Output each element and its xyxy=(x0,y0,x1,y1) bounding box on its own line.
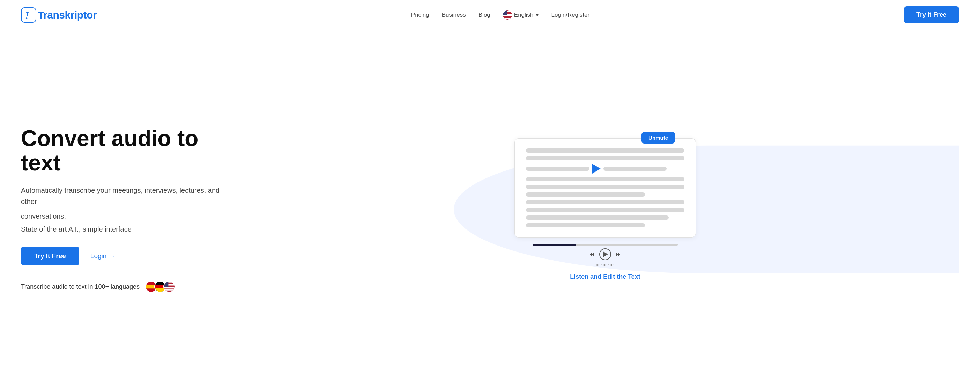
doc-line xyxy=(526,200,684,204)
flag-circles xyxy=(145,281,175,293)
nav-pricing[interactable]: Pricing xyxy=(411,11,429,19)
play-icon xyxy=(603,251,608,257)
doc-line xyxy=(526,167,589,171)
player-controls: ⏮ ⏭ 00:00:03 xyxy=(514,244,696,268)
doc-lines xyxy=(526,148,684,227)
hero-ai-text: State of the art A.I., simple interface xyxy=(21,225,237,233)
svg-rect-5 xyxy=(503,11,512,12)
login-arrow-icon: → xyxy=(108,252,115,260)
hero-right: Unmute xyxy=(237,138,959,281)
svg-rect-27 xyxy=(164,289,175,289)
logo-text: Transkriptor xyxy=(38,9,97,21)
hero-section: Convert audio to text Automatically tran… xyxy=(0,30,980,380)
svg-rect-10 xyxy=(503,18,512,19)
controls-row: ⏮ ⏭ xyxy=(589,248,622,260)
chevron-down-icon: ▾ xyxy=(536,11,539,19)
header: T Transkriptor Pricing Business Blog xyxy=(0,0,980,30)
doc-line xyxy=(603,167,667,171)
doc-line xyxy=(526,223,645,227)
nav-login-register[interactable]: Login/Register xyxy=(551,11,590,19)
document-card xyxy=(514,138,696,238)
doc-line xyxy=(526,185,684,189)
doc-line xyxy=(526,156,684,160)
progress-bar-fill xyxy=(533,244,576,246)
language-selector[interactable]: English ▾ xyxy=(503,11,539,19)
nav-business[interactable]: Business xyxy=(442,11,466,19)
progress-bar-bg xyxy=(533,244,678,246)
hero-title: Convert audio to text xyxy=(21,126,237,175)
play-btn[interactable] xyxy=(599,248,611,260)
doc-line xyxy=(526,192,645,196)
header-try-btn[interactable]: Try It Free xyxy=(904,6,959,23)
svg-rect-29 xyxy=(164,281,168,287)
player-container: Unmute xyxy=(514,138,696,281)
hero-login-link[interactable]: Login → xyxy=(91,252,116,260)
doc-line xyxy=(526,148,684,153)
doc-line xyxy=(526,177,684,181)
unmute-badge[interactable]: Unmute xyxy=(641,132,675,144)
play-cursor-icon xyxy=(592,164,601,174)
flag-icon xyxy=(503,11,512,19)
nav-blog[interactable]: Blog xyxy=(479,11,490,19)
logo: T Transkriptor xyxy=(21,7,97,23)
hero-desc-line2: conversations. xyxy=(21,211,237,222)
progress-bar xyxy=(533,244,678,246)
hero-buttons: Try It Free Login → xyxy=(21,247,237,265)
languages-text: Transcribe audio to text in 100+ languag… xyxy=(21,283,140,291)
language-label: English xyxy=(514,11,534,19)
login-label: Login xyxy=(91,252,107,260)
logo-icon: T xyxy=(21,7,36,23)
languages-row: Transcribe audio to text in 100+ languag… xyxy=(21,281,237,293)
doc-line xyxy=(526,208,684,212)
listen-edit-text: Listen and Edit the Text xyxy=(514,273,696,281)
time-display: 00:00:03 xyxy=(596,263,615,268)
svg-rect-28 xyxy=(164,291,175,291)
hero-try-btn[interactable]: Try It Free xyxy=(21,247,79,265)
svg-rect-9 xyxy=(503,17,512,18)
flag-us xyxy=(163,281,175,293)
svg-rect-23 xyxy=(164,283,175,283)
svg-rect-26 xyxy=(164,287,175,288)
hero-left: Convert audio to text Automatically tran… xyxy=(21,126,237,293)
hero-desc-line1: Automatically transcribe your meetings, … xyxy=(21,185,237,207)
doc-line xyxy=(526,216,669,220)
forward-btn[interactable]: ⏭ xyxy=(616,251,622,257)
rewind-btn[interactable]: ⏮ xyxy=(589,251,594,257)
main-nav: Pricing Business Blog xyxy=(411,11,589,19)
svg-text:T: T xyxy=(26,11,29,17)
svg-rect-8 xyxy=(503,15,512,16)
svg-rect-11 xyxy=(503,11,507,15)
